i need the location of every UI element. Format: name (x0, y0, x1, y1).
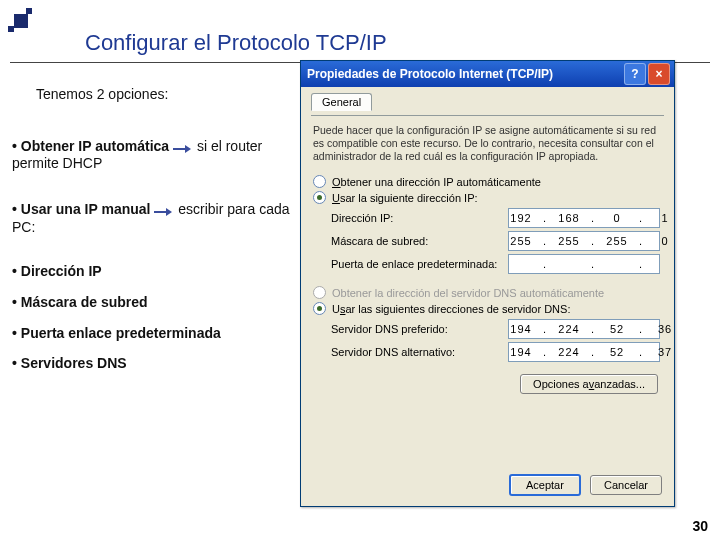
intro-text: Tenemos 2 opciones: (36, 86, 168, 102)
list-mask: • Máscara de subred (12, 287, 292, 318)
fields-list: • Dirección IP • Máscara de subred • Pue… (12, 256, 292, 379)
radio-auto-ip-label: Obtener una dirección IP automáticamente (332, 176, 541, 188)
mask-input[interactable]: 255. 255. 255. 0 (508, 231, 660, 251)
label-dns2: Servidor DNS alternativo: (331, 343, 508, 361)
close-button[interactable]: × (648, 63, 670, 85)
corner-decoration (8, 8, 36, 30)
label-gateway: Puerta de enlace predeterminada: (331, 255, 508, 273)
tab-strip: General (311, 93, 664, 116)
dialog-description: Puede hacer que la configuración IP se a… (313, 124, 662, 163)
dialog-titlebar[interactable]: Propiedades de Protocolo Internet (TCP/I… (301, 61, 674, 87)
list-gateway: • Puerta enlace predeterminada (12, 318, 292, 349)
radio-icon (313, 191, 326, 204)
help-icon: ? (631, 67, 638, 81)
cancel-button[interactable]: Cancelar (590, 475, 662, 495)
close-icon: × (655, 67, 662, 81)
radio-manual-dns-label: Usar las siguientes direcciones de servi… (332, 303, 570, 315)
gateway-input[interactable]: . . . (508, 254, 660, 274)
bullet-manual-ip: • Usar una IP manual (12, 201, 150, 217)
page-number: 30 (692, 518, 708, 534)
arrow-right-icon (173, 139, 193, 155)
dialog-title: Propiedades de Protocolo Internet (TCP/I… (307, 67, 622, 81)
accept-button[interactable]: Aceptar (509, 474, 581, 496)
arrow-right-icon (154, 203, 174, 219)
radio-manual-dns-row[interactable]: Usar las siguientes direcciones de servi… (313, 302, 662, 315)
list-dns: • Servidores DNS (12, 348, 292, 379)
advanced-button[interactable]: Opciones avanzadas... (520, 374, 658, 394)
radio-icon (313, 175, 326, 188)
label-dns1: Servidor DNS preferido: (331, 320, 508, 338)
radio-icon (313, 302, 326, 315)
slide-title: Configurar el Protocolo TCP/IP (85, 30, 387, 56)
label-mask: Máscara de subred: (331, 232, 508, 250)
label-ip: Dirección IP: (331, 209, 508, 227)
radio-manual-ip-label: Usar la siguiente dirección IP: (332, 192, 478, 204)
ip-input[interactable]: 192. 168. 0. 1 (508, 208, 660, 228)
tab-general[interactable]: General (311, 93, 372, 111)
dns1-input[interactable]: 194. 224. 52. 36 (508, 319, 660, 339)
bullet-options: • Obtener IP automática si el router per… (12, 138, 302, 239)
radio-auto-dns-row: Obtener la dirección del servidor DNS au… (313, 286, 662, 299)
help-button[interactable]: ? (624, 63, 646, 85)
radio-auto-ip-row[interactable]: Obtener una dirección IP automáticamente (313, 175, 662, 188)
radio-auto-dns-label: Obtener la dirección del servidor DNS au… (332, 287, 604, 299)
radio-manual-ip-row[interactable]: Usar la siguiente dirección IP: (313, 191, 662, 204)
radio-icon (313, 286, 326, 299)
bullet-auto-ip: • Obtener IP automática (12, 138, 169, 154)
dns2-input[interactable]: 194. 224. 52. 37 (508, 342, 660, 362)
tcpip-properties-dialog: Propiedades de Protocolo Internet (TCP/I… (300, 60, 675, 507)
list-ip: • Dirección IP (12, 256, 292, 287)
